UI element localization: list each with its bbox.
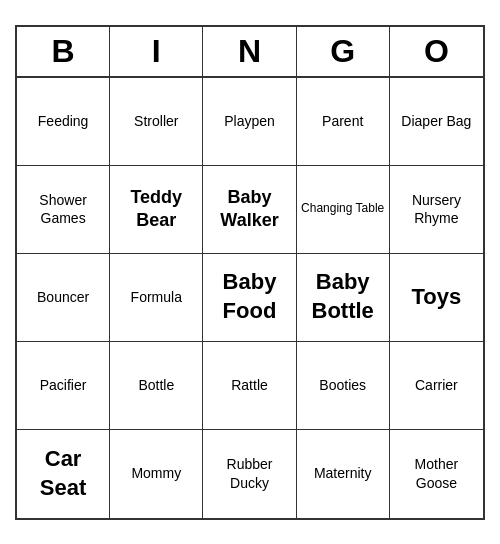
bingo-cell: Bottle <box>110 342 203 430</box>
cell-text: Formula <box>131 288 182 306</box>
bingo-cell: Carrier <box>390 342 483 430</box>
bingo-cell: Formula <box>110 254 203 342</box>
header-letter: O <box>390 27 483 76</box>
bingo-cell: Rubber Ducky <box>203 430 296 518</box>
bingo-cell: Pacifier <box>17 342 110 430</box>
bingo-cell: Bouncer <box>17 254 110 342</box>
cell-text: Teddy Bear <box>114 186 198 233</box>
bingo-cell: Teddy Bear <box>110 166 203 254</box>
cell-text: Baby Bottle <box>301 268 385 325</box>
cell-text: Changing Table <box>301 201 384 217</box>
cell-text: Rattle <box>231 376 268 394</box>
header-letter: G <box>297 27 390 76</box>
cell-text: Shower Games <box>21 191 105 227</box>
cell-text: Feeding <box>38 112 89 130</box>
bingo-cell: Feeding <box>17 78 110 166</box>
bingo-cell: Baby Food <box>203 254 296 342</box>
cell-text: Mommy <box>131 464 181 482</box>
bingo-cell: Stroller <box>110 78 203 166</box>
bingo-cell: Toys <box>390 254 483 342</box>
bingo-cell: Mommy <box>110 430 203 518</box>
cell-text: Bottle <box>138 376 174 394</box>
header-letter: N <box>203 27 296 76</box>
cell-text: Rubber Ducky <box>207 455 291 491</box>
bingo-cell: Parent <box>297 78 390 166</box>
header-letter: B <box>17 27 110 76</box>
cell-text: Bouncer <box>37 288 89 306</box>
bingo-cell: Changing Table <box>297 166 390 254</box>
cell-text: Car Seat <box>21 445 105 502</box>
bingo-header: BINGO <box>17 27 483 78</box>
cell-text: Maternity <box>314 464 372 482</box>
cell-text: Booties <box>319 376 366 394</box>
cell-text: Baby Food <box>207 268 291 325</box>
bingo-cell: Mother Goose <box>390 430 483 518</box>
bingo-cell: Booties <box>297 342 390 430</box>
bingo-cell: Nursery Rhyme <box>390 166 483 254</box>
header-letter: I <box>110 27 203 76</box>
bingo-cell: Baby Bottle <box>297 254 390 342</box>
bingo-cell: Car Seat <box>17 430 110 518</box>
bingo-cell: Diaper Bag <box>390 78 483 166</box>
bingo-grid: FeedingStrollerPlaypenParentDiaper BagSh… <box>17 78 483 518</box>
bingo-card: BINGO FeedingStrollerPlaypenParentDiaper… <box>15 25 485 520</box>
cell-text: Playpen <box>224 112 275 130</box>
bingo-cell: Baby Walker <box>203 166 296 254</box>
bingo-cell: Shower Games <box>17 166 110 254</box>
cell-text: Pacifier <box>40 376 87 394</box>
cell-text: Toys <box>412 283 462 312</box>
cell-text: Mother Goose <box>394 455 479 491</box>
cell-text: Parent <box>322 112 363 130</box>
bingo-cell: Rattle <box>203 342 296 430</box>
bingo-cell: Playpen <box>203 78 296 166</box>
cell-text: Nursery Rhyme <box>394 191 479 227</box>
cell-text: Baby Walker <box>207 186 291 233</box>
bingo-cell: Maternity <box>297 430 390 518</box>
cell-text: Diaper Bag <box>401 112 471 130</box>
cell-text: Carrier <box>415 376 458 394</box>
cell-text: Stroller <box>134 112 178 130</box>
